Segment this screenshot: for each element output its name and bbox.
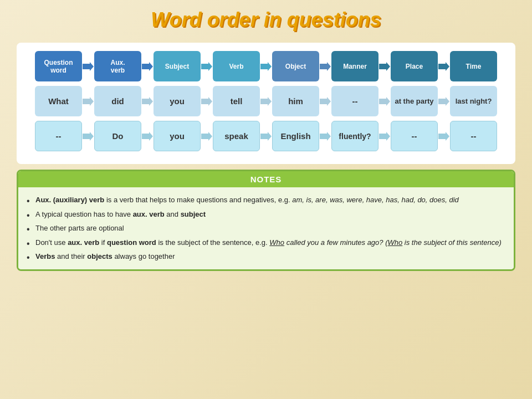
- notes-section: NOTES Aux. (auxiliary) verb is a verb th…: [17, 170, 515, 271]
- row1-cell-5: --: [331, 86, 378, 116]
- svg-marker-1: [142, 62, 153, 71]
- row2-cell-6: --: [391, 121, 438, 151]
- header-box-aux-verb: Aux.verb: [94, 51, 141, 81]
- notes-header: NOTES: [18, 171, 514, 187]
- arrow-4: [260, 61, 272, 72]
- row2-cell-3: speak: [213, 121, 260, 151]
- svg-marker-18: [320, 132, 331, 141]
- header-row: Questionword Aux.verb Subject Verb Objec…: [22, 51, 510, 81]
- svg-marker-15: [142, 132, 153, 141]
- row2-arrow-5: [319, 131, 331, 142]
- arrow-7: [438, 61, 450, 72]
- row1-cell-6: at the party: [391, 86, 438, 116]
- note-item-4: Don't use aux. verb if question word is …: [27, 236, 505, 250]
- header-box-subject: Subject: [154, 51, 201, 81]
- row2-arrow-2: [141, 131, 154, 142]
- svg-marker-13: [438, 97, 449, 106]
- row2-arrow-3: [201, 131, 213, 142]
- header-box-place: Place: [391, 51, 438, 81]
- row2-cell-7: --: [450, 121, 497, 151]
- svg-marker-12: [379, 97, 390, 106]
- arrow-6: [378, 61, 391, 72]
- page-title: Word order in questions: [17, 8, 515, 32]
- row1-cell-3: tell: [213, 86, 260, 116]
- row1-arrow-5: [319, 96, 331, 107]
- row1-arrow-2: [141, 96, 154, 107]
- row1-arrow-6: [378, 96, 391, 107]
- data-row-2: -- Do you speak English fluently?: [22, 121, 510, 151]
- svg-marker-19: [379, 132, 390, 141]
- row2-arrow-7: [438, 131, 450, 142]
- page-container: Word order in questions Questionword Aux…: [0, 0, 532, 399]
- header-box-object: Object: [272, 51, 319, 81]
- row2-cell-0: --: [35, 121, 82, 151]
- svg-marker-9: [201, 97, 212, 106]
- svg-marker-4: [320, 62, 331, 71]
- data-row-1: What did you tell him -- a: [22, 86, 510, 116]
- arrow-3: [201, 61, 213, 72]
- svg-marker-5: [379, 62, 390, 71]
- svg-marker-6: [438, 62, 449, 71]
- arrow-1: [82, 61, 94, 72]
- row1-cell-4: him: [272, 86, 319, 116]
- note-item-2: A typical question has to have aux. verb…: [27, 207, 505, 222]
- row2-cell-5: fluently?: [331, 121, 378, 151]
- svg-marker-11: [320, 97, 331, 106]
- svg-marker-14: [83, 132, 94, 141]
- svg-marker-3: [260, 62, 272, 71]
- row1-cell-1: did: [94, 86, 141, 116]
- row1-arrow-3: [201, 96, 213, 107]
- arrow-5: [319, 61, 331, 72]
- svg-marker-7: [83, 97, 94, 106]
- row2-arrow-4: [260, 131, 272, 142]
- header-box-verb: Verb: [213, 51, 260, 81]
- svg-marker-20: [438, 132, 449, 141]
- row1-arrow-7: [438, 96, 450, 107]
- svg-marker-8: [142, 97, 153, 106]
- row2-arrow-1: [82, 131, 94, 142]
- row1-arrow-4: [260, 96, 272, 107]
- row1-arrow-1: [82, 96, 94, 107]
- svg-marker-2: [201, 62, 212, 71]
- svg-marker-16: [201, 132, 212, 141]
- header-box-time: Time: [450, 51, 497, 81]
- header-box-manner: Manner: [331, 51, 378, 81]
- note-item-3: The other parts are optional: [27, 221, 505, 236]
- row1-cell-0: What: [35, 86, 82, 116]
- svg-marker-17: [260, 132, 272, 141]
- header-box-question-word: Questionword: [35, 51, 82, 81]
- note-item-1: Aux. (auxiliary) verb is a verb that hel…: [27, 193, 505, 207]
- flow-section: Questionword Aux.verb Subject Verb Objec…: [17, 43, 515, 164]
- note-item-5: Verbs and their objects always go togeth…: [27, 249, 505, 264]
- row1-cell-2: you: [154, 86, 201, 116]
- arrow-2: [141, 61, 154, 72]
- notes-body: Aux. (auxiliary) verb is a verb that hel…: [18, 187, 514, 269]
- row2-cell-2: you: [154, 121, 201, 151]
- row2-arrow-6: [378, 131, 391, 142]
- svg-marker-10: [260, 97, 272, 106]
- row2-cell-1: Do: [94, 121, 141, 151]
- svg-marker-0: [83, 62, 94, 71]
- row1-cell-7: last night?: [450, 86, 497, 116]
- row2-cell-4: English: [272, 121, 319, 151]
